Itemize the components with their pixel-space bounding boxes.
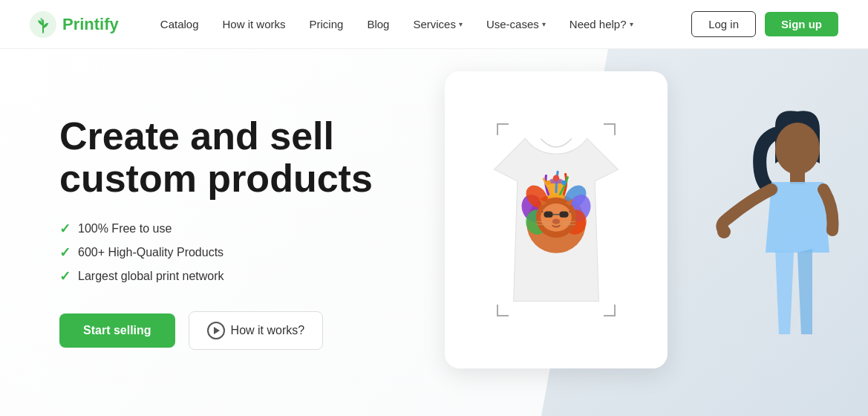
need-help-chevron-icon: ▾ bbox=[630, 20, 633, 28]
login-button[interactable]: Log in bbox=[691, 11, 756, 37]
nav-actions: Log in Sign up bbox=[691, 11, 838, 37]
hero-buttons: Start selling How it works? bbox=[59, 311, 373, 350]
how-it-works-button[interactable]: How it works? bbox=[189, 311, 324, 350]
nav-pricing[interactable]: Pricing bbox=[298, 0, 356, 49]
tshirt-svg bbox=[478, 131, 634, 309]
services-chevron-icon: ▾ bbox=[459, 20, 463, 28]
svg-point-22 bbox=[561, 181, 566, 185]
product-card bbox=[445, 71, 668, 368]
start-selling-button[interactable]: Start selling bbox=[59, 313, 175, 348]
use-cases-chevron-icon: ▾ bbox=[542, 20, 546, 28]
check-icon-3: ✓ bbox=[59, 268, 71, 285]
nav-how-it-works[interactable]: How it works bbox=[211, 0, 298, 49]
check-icon-2: ✓ bbox=[59, 244, 71, 261]
hero-title: Create and sell custom products bbox=[59, 115, 373, 200]
bracket-tl bbox=[497, 123, 509, 135]
bracket-tr bbox=[604, 123, 616, 135]
hero-visuals bbox=[408, 49, 868, 416]
bracket-bl bbox=[497, 305, 509, 316]
nav-catalog[interactable]: Catalog bbox=[149, 0, 211, 49]
svg-point-15 bbox=[552, 218, 560, 224]
hero-content: Create and sell custom products ✓ 100% F… bbox=[59, 115, 373, 350]
feature-item-3: ✓ Largest global print network bbox=[59, 268, 373, 285]
person-figure bbox=[705, 104, 853, 416]
nav-services[interactable]: Services ▾ bbox=[401, 0, 474, 49]
nav-need-help[interactable]: Need help? ▾ bbox=[558, 0, 645, 49]
hero-features: ✓ 100% Free to use ✓ 600+ High-Quality P… bbox=[59, 221, 373, 285]
svg-rect-13 bbox=[559, 212, 569, 218]
svg-point-21 bbox=[546, 181, 550, 185]
svg-point-23 bbox=[775, 123, 820, 175]
nav-blog[interactable]: Blog bbox=[355, 0, 401, 49]
svg-point-20 bbox=[553, 175, 559, 181]
logo-icon bbox=[30, 11, 56, 38]
logo[interactable]: Printify bbox=[30, 11, 119, 38]
feature-item-1: ✓ 100% Free to use bbox=[59, 221, 373, 237]
signup-button[interactable]: Sign up bbox=[765, 12, 838, 36]
bracket-br bbox=[604, 305, 616, 316]
feature-item-2: ✓ 600+ High-Quality Products bbox=[59, 244, 373, 261]
check-icon-1: ✓ bbox=[59, 221, 71, 237]
play-icon bbox=[207, 322, 225, 339]
svg-rect-12 bbox=[544, 212, 553, 218]
logo-text: Printify bbox=[62, 15, 119, 34]
svg-point-25 bbox=[717, 225, 731, 238]
hero-section: Create and sell custom products ✓ 100% F… bbox=[0, 49, 868, 416]
navbar: Printify Catalog How it works Pricing Bl… bbox=[0, 0, 868, 49]
nav-use-cases[interactable]: Use-cases ▾ bbox=[474, 0, 558, 49]
nav-links: Catalog How it works Pricing Blog Servic… bbox=[149, 0, 691, 49]
